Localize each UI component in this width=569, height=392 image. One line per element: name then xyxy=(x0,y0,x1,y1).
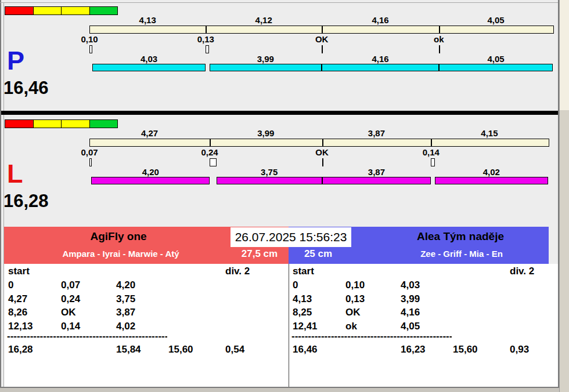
run-split-label: 4,05 xyxy=(487,54,504,64)
run-split-label: 4,03 xyxy=(141,54,157,64)
result-cell: 0,07 xyxy=(61,280,80,291)
lane-letter: P xyxy=(7,47,24,75)
start-light-cell xyxy=(5,120,34,128)
pace-bar xyxy=(89,139,549,147)
result-cell: 3,75 xyxy=(116,293,135,305)
run-bar-segment xyxy=(91,177,210,184)
pace-bar-divider xyxy=(431,139,432,146)
background-window-fragment xyxy=(560,0,569,110)
run-bar-segment xyxy=(210,64,322,71)
run-bar-segment xyxy=(435,177,548,184)
pace-bar xyxy=(89,26,554,34)
lane-panel-l: 4,273,993,874,150,070,24OK0,144,203,753,… xyxy=(0,115,559,224)
result-cell: 4,27 xyxy=(8,293,27,305)
run-split-label: 4,20 xyxy=(142,167,159,177)
pace-split-label: 3,99 xyxy=(257,128,274,138)
pace-bar-divider xyxy=(210,139,211,146)
result-cell: 4,16 xyxy=(401,307,420,318)
pace-split-label: 4,13 xyxy=(139,15,156,25)
result-cell: 4,02 xyxy=(116,321,135,332)
start-light-cell xyxy=(62,7,90,14)
screen: 4,134,124,164,050,100,13OKok4,033,994,16… xyxy=(0,0,569,392)
result-block-left: startdiv. 200,074,204,270,243,758,26OK3,… xyxy=(5,264,288,387)
run-bar-segment xyxy=(92,64,206,71)
result-cell: 12,41 xyxy=(293,321,318,332)
run-split-label: 3,75 xyxy=(261,167,278,177)
result-cell: 0,24 xyxy=(61,293,80,305)
exchange-gap-box xyxy=(89,158,92,166)
start-light-cell xyxy=(90,7,118,14)
result-cell: OK xyxy=(61,307,76,318)
run-split-label: 4,16 xyxy=(372,54,388,64)
run-bar-segment xyxy=(322,177,431,184)
start-light-cell xyxy=(5,7,34,14)
exchange-time-label: 0,14 xyxy=(423,147,440,157)
start-light-strip xyxy=(5,119,118,128)
exchange-ok-tick xyxy=(322,45,323,53)
pace-bar-divider xyxy=(206,26,207,33)
run-split-label: 3,87 xyxy=(368,167,385,177)
exchange-gap-box xyxy=(206,45,209,53)
pace-split-label: 4,12 xyxy=(255,15,272,25)
lane-total-time: 16,28 xyxy=(3,191,49,212)
pace-split-label: 4,05 xyxy=(487,15,504,25)
result-cell: 0 xyxy=(8,280,13,291)
total-cell: 16,28 xyxy=(8,344,33,355)
pace-bar-divider xyxy=(439,26,440,33)
panel-separator xyxy=(1,111,558,115)
division-label: div. 2 xyxy=(510,266,534,277)
timing-app-window: 4,134,124,164,050,100,13OKok4,033,994,16… xyxy=(0,0,559,392)
exchange-gap-box xyxy=(89,45,92,53)
team-left-members: Ampara - Iyrai - Marwie - Atý xyxy=(62,248,179,259)
result-cell: 4,13 xyxy=(293,293,312,305)
pace-split-label: 3,87 xyxy=(368,128,385,138)
col-header-start: start xyxy=(293,266,314,277)
run-split-label: 3,99 xyxy=(257,54,274,64)
run-split-label: 4,02 xyxy=(483,167,500,177)
pace-bar-divider xyxy=(322,139,323,146)
dashed-separator: ----------------------------------------… xyxy=(291,332,452,341)
exchange-gap-box xyxy=(210,158,217,166)
result-cell: 3,99 xyxy=(401,293,420,305)
team-right-name: Alea Tým naděje xyxy=(417,230,504,244)
result-cell: 0 xyxy=(293,280,298,291)
division-label: div. 2 xyxy=(225,266,250,277)
background-window-fragment-bottom xyxy=(0,388,559,392)
start-light-cell xyxy=(62,120,90,128)
exchange-time-label: ok xyxy=(434,34,444,44)
result-cell: ok xyxy=(345,321,357,332)
pace-split-label: 4,15 xyxy=(481,128,498,138)
pace-split-label: 4,27 xyxy=(141,128,158,138)
run-bar-segment xyxy=(322,64,439,71)
dashed-separator: ----------------------------------------… xyxy=(7,332,167,341)
exchange-ok-tick xyxy=(439,45,440,53)
total-cell: 0,54 xyxy=(225,344,244,355)
exchange-time-label: OK xyxy=(315,147,329,157)
pace-split-label: 4,16 xyxy=(372,15,388,25)
exchange-time-label: 0,24 xyxy=(201,147,218,157)
team-left-name: AgiFly one xyxy=(90,230,146,244)
result-block-right: startdiv. 200,104,034,130,133,998,25OK4,… xyxy=(289,264,556,387)
result-cell: 0,13 xyxy=(345,293,365,305)
exchange-time-label: 0,13 xyxy=(197,34,214,44)
run-bar-segment xyxy=(439,64,553,71)
datetime-display: 26.07.2025 15:56:23 xyxy=(231,227,351,247)
exchange-gap-box xyxy=(431,158,435,166)
lane-letter: L xyxy=(7,160,23,188)
lane-panel-p: 4,134,124,164,050,100,13OKok4,033,994,16… xyxy=(0,2,559,111)
total-cell: 0,93 xyxy=(510,344,529,355)
start-light-cell xyxy=(34,7,62,14)
result-cell: 8,26 xyxy=(8,307,27,318)
total-cell: 15,60 xyxy=(168,344,193,355)
total-cell: 15,84 xyxy=(116,344,141,355)
size-category-right: 25 cm xyxy=(304,248,332,260)
result-cell: 3,87 xyxy=(116,307,135,318)
result-cell: 12,13 xyxy=(8,321,33,332)
exchange-ok-tick xyxy=(322,158,323,166)
total-cell: 16,46 xyxy=(293,344,318,355)
result-cell: 0,10 xyxy=(345,280,365,291)
start-light-cell xyxy=(90,120,118,128)
result-cell: 0,14 xyxy=(61,321,80,332)
col-header-start: start xyxy=(8,266,30,277)
result-cell: 4,05 xyxy=(401,321,420,332)
